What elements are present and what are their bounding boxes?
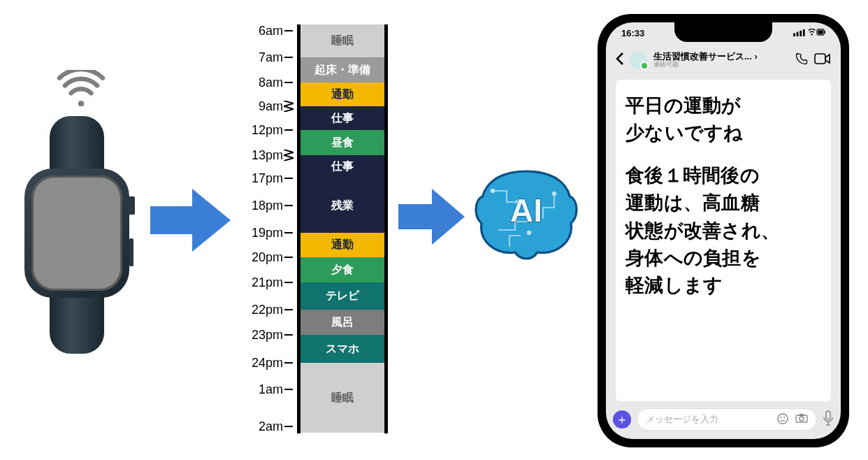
time-tick: 9am [245,99,283,114]
time-tick: 20pm [245,250,283,265]
svg-marker-1 [398,189,465,245]
svg-rect-6 [793,33,795,36]
timeline-block: 昼食 [301,130,384,155]
add-button[interactable]: ＋ [613,410,631,429]
time-tick: 8am [245,76,283,90]
emoji-icon[interactable] [777,413,788,426]
svg-rect-12 [818,30,823,34]
tick-mark [284,30,293,31]
time-tick: 18pm [245,199,283,213]
tick-mark [284,362,293,364]
ai-brain-icon: AI [470,161,582,266]
svg-rect-21 [826,411,830,419]
timeline-block: 通勤 [301,82,384,106]
tick-mark [284,257,293,258]
camera-icon[interactable] [795,413,808,426]
tick-mark [284,82,293,83]
tick-mark [284,57,293,58]
timeline-block: 残業 [301,178,384,233]
timeline-block: テレビ [301,282,384,310]
chat-title[interactable]: 生活習慣改善サービス... › 連絡可能 [653,52,789,69]
message-input[interactable]: メッセージを入力 [637,408,817,431]
time-tick: 7am [245,50,283,65]
tick-mark [284,101,294,112]
avatar[interactable] [630,51,648,69]
tick-mark [284,150,294,161]
svg-point-16 [781,417,782,418]
arrow-icon [150,189,231,254]
chat-header: 生活習慣改善サービス... › 連絡可能 [606,46,841,74]
status-icons [793,28,825,38]
timeline-block: 風呂 [301,310,384,335]
time-tick: 23pm [245,328,283,343]
chat-message: 平日の運動が 少ないですね 食後１時間後の 運動は、高血糖 状態が改善され、 身… [616,80,831,401]
svg-point-4 [553,192,556,196]
timeline-block: 夕食 [301,257,384,282]
mic-icon[interactable] [823,410,834,429]
svg-rect-9 [803,29,805,36]
time-tick: 13pm [245,148,283,163]
svg-point-19 [800,417,804,421]
time-tick: 12pm [245,123,283,138]
status-time: 16:33 [621,28,644,38]
time-tick: 2am [245,419,283,434]
timeline-block: 仕事 [301,155,384,178]
time-tick: 19pm [245,226,283,240]
tick-mark [284,232,293,233]
timeline-block: 睡眠 [301,363,384,433]
phone-notch [674,22,772,42]
time-tick: 21pm [245,275,283,290]
arrow-icon [398,189,465,247]
svg-point-2 [491,189,495,193]
tick-mark [284,282,293,283]
timeline-block: 仕事 [301,106,384,130]
tick-mark [284,389,293,390]
svg-point-10 [811,34,812,35]
svg-point-15 [778,414,788,424]
timeline-block: スマホ [301,335,384,363]
tick-mark [284,129,293,131]
svg-marker-0 [150,189,231,252]
svg-point-5 [528,231,531,235]
call-icon[interactable] [795,52,809,69]
tick-mark [284,178,293,179]
timeline-block: 起床・準備 [301,57,384,82]
svg-rect-20 [800,414,804,416]
time-tick: 6am [245,24,283,38]
time-tick: 24pm [245,356,283,371]
svg-point-17 [784,417,786,418]
video-icon[interactable] [814,52,831,68]
back-icon[interactable] [616,52,624,68]
watch-body [21,116,133,354]
time-tick: 22pm [245,303,283,317]
svg-rect-14 [815,54,825,64]
svg-rect-7 [797,32,799,36]
timeline-block: 通勤 [301,233,384,257]
tick-mark [284,205,293,206]
wifi-signal-icon [56,70,106,109]
tick-mark [284,309,293,310]
time-tick: 1am [245,382,283,397]
svg-rect-13 [825,31,825,34]
smartwatch [21,91,136,354]
smartphone: 16:33 生活習慣 [598,14,849,447]
tick-mark [284,334,293,336]
svg-rect-8 [800,31,802,36]
ai-label: AI [510,192,542,229]
timeline-block: 睡眠 [301,24,384,57]
timeline-column: 睡眠 起床・準備 通勤 仕事 昼食 仕事 残業 通勤 夕食 テレビ 風呂 スマホ… [297,24,388,433]
tick-mark [284,426,293,427]
time-tick: 17pm [245,171,283,186]
chat-input-bar: ＋ メッセージを入力 [613,405,834,433]
